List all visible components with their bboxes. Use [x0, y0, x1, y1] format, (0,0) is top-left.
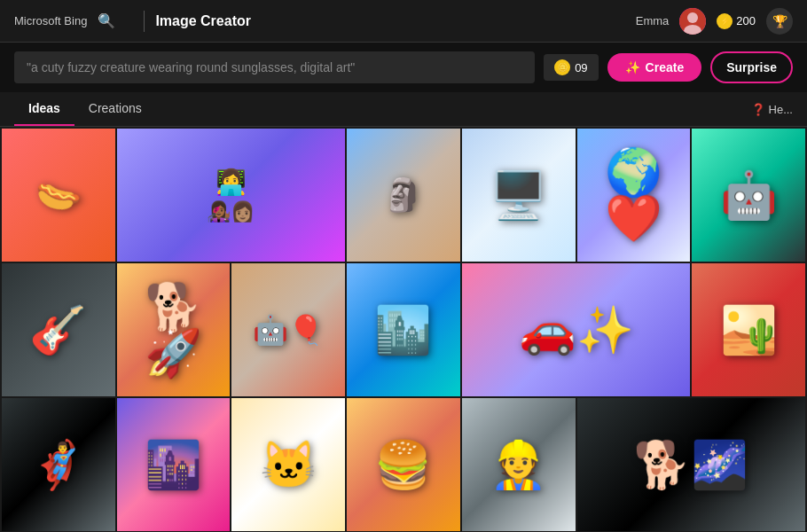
- header-right: Emma ⚡ 200 🏆: [636, 8, 793, 35]
- guitar-icon: 🎸: [29, 307, 87, 353]
- hero-icon: 🦸‍♂️: [29, 442, 87, 488]
- coins-count: 200: [736, 14, 756, 27]
- brand-area: Microsoft Bing 🔍: [14, 9, 119, 33]
- svg-point-1: [687, 12, 698, 23]
- gallery-item-11[interactable]: 🏙️: [347, 263, 460, 396]
- city-icon: 🏙️: [374, 307, 432, 353]
- tab-creations[interactable]: Creations: [74, 92, 156, 126]
- robot-icon: 🤖: [720, 172, 778, 218]
- gallery-item-8[interactable]: 🎸: [2, 263, 115, 396]
- coin-small-icon: 🪙: [554, 59, 570, 75]
- surprise-label: Surprise: [726, 60, 777, 74]
- surprise-button[interactable]: Surprise: [710, 51, 793, 83]
- gallery-item-3[interactable]: 🗿: [347, 129, 460, 262]
- car-icon: 🚗✨: [519, 307, 634, 353]
- brand-text: Microsoft Bing: [14, 14, 87, 27]
- tabs-row: Ideas Creations ❓ He...: [0, 92, 807, 127]
- neon-city-icon: 🌆: [145, 442, 202, 488]
- gallery-item-2[interactable]: 👩‍💻 👩🏾‍🎤👩🏽: [117, 129, 345, 262]
- coins-display: 🪙 09: [544, 54, 598, 81]
- gallery-item-17[interactable]: 🍔: [347, 398, 460, 531]
- create-button[interactable]: ✨ Create: [607, 53, 702, 82]
- gallery-item-10[interactable]: 🤖🎈: [231, 263, 345, 396]
- desert-icon: 🏜️: [720, 307, 778, 353]
- coins-badge: ⚡ 200: [717, 13, 756, 29]
- burger-icon: 🍔: [374, 442, 432, 488]
- gallery-item-16[interactable]: 🐱: [231, 398, 345, 531]
- search-input[interactable]: [14, 51, 535, 83]
- help-label: He...: [769, 103, 793, 116]
- search-icon-button[interactable]: 🔍: [94, 9, 119, 33]
- help-icon: ❓: [751, 103, 765, 116]
- gallery-item-4[interactable]: 🖥️: [462, 129, 576, 262]
- tab-ideas[interactable]: Ideas: [14, 92, 74, 126]
- space-dog-icon: 🐕🌌: [633, 442, 748, 488]
- create-label: Create: [646, 60, 685, 74]
- gallery-item-15[interactable]: 🌆: [117, 398, 231, 531]
- gallery-item-6[interactable]: 🤖: [692, 129, 805, 262]
- gallery-item-13[interactable]: 🏜️: [692, 263, 805, 396]
- trophy-button[interactable]: 🏆: [766, 8, 793, 35]
- page-title: Image Creator: [155, 13, 251, 29]
- header-divider: [144, 11, 145, 32]
- coin-icon: ⚡: [717, 13, 733, 29]
- header: Microsoft Bing 🔍 Image Creator Emma ⚡ 20…: [0, 0, 807, 43]
- monolith-icon: 🗿: [383, 179, 423, 211]
- search-bar-row: 🪙 09 ✨ Create Surprise: [0, 43, 807, 92]
- computer-icon: 🖥️: [490, 172, 547, 218]
- earth-heart-icon: 🌍❤️: [577, 149, 691, 241]
- avatar[interactable]: [679, 8, 706, 35]
- create-icon: ✨: [625, 60, 640, 74]
- gallery-item-12[interactable]: 🚗✨: [462, 263, 690, 396]
- gallery-item-18[interactable]: 👷: [462, 398, 576, 531]
- gallery-item-5[interactable]: 🌍❤️: [577, 129, 691, 262]
- balloon-robot-icon: 🤖🎈: [253, 316, 324, 344]
- gallery-item-9[interactable]: 🐕🚀: [117, 263, 231, 396]
- worker-icon: 👷: [490, 442, 547, 488]
- hotdog-icon: 🌭: [33, 172, 83, 218]
- cat-icon: 🐱: [260, 442, 317, 488]
- shiba-icon: 🐕🚀: [117, 284, 231, 376]
- coins-value: 09: [575, 61, 587, 74]
- help-button[interactable]: ❓ He...: [751, 103, 793, 116]
- gallery-item-1[interactable]: 🌭: [2, 129, 115, 262]
- gallery-item-19[interactable]: 🐕🌌: [577, 398, 805, 531]
- gallery: 🌭 👩‍💻 👩🏾‍🎤👩🏽 🗿 🖥️ 🌍❤️ 🤖 🎸: [0, 127, 807, 532]
- user-name: Emma: [636, 14, 670, 27]
- gallery-item-14[interactable]: 🦸‍♂️: [2, 398, 115, 531]
